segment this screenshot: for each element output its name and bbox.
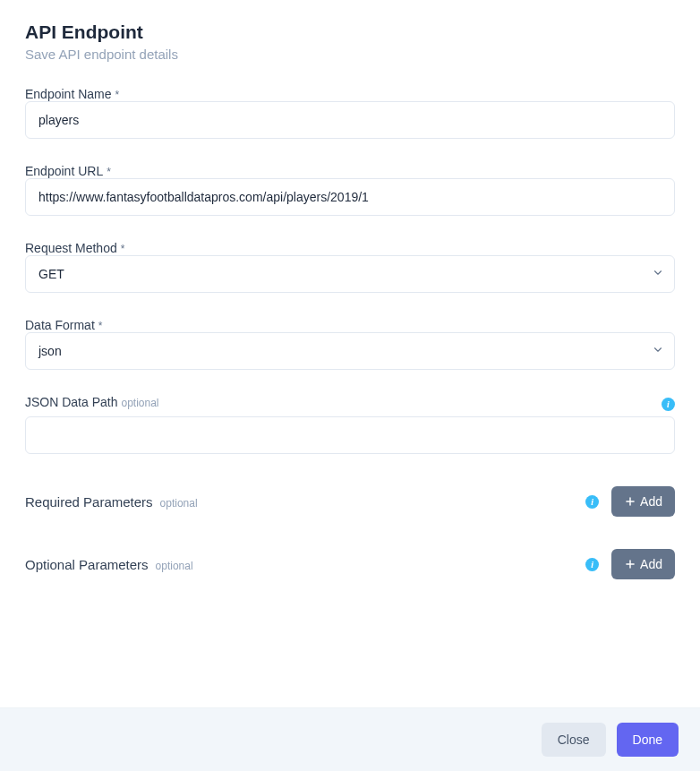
optional-marker: optional	[160, 497, 198, 510]
input-endpoint-url[interactable]	[25, 178, 675, 216]
input-json-data-path[interactable]	[25, 416, 675, 454]
done-button[interactable]: Done	[617, 723, 679, 757]
label-text: Endpoint URL	[25, 164, 103, 178]
optional-marker: optional	[122, 397, 159, 409]
required-marker: *	[121, 243, 125, 255]
plus-icon	[624, 495, 636, 508]
label-text: Data Format	[25, 318, 95, 332]
add-required-param-button[interactable]: Add	[611, 486, 675, 517]
label-text: JSON Data Path	[25, 395, 118, 409]
label-request-method: Request Method *	[25, 241, 675, 255]
section-text: Required Parameters	[25, 494, 153, 510]
add-button-label: Add	[640, 557, 662, 571]
optional-marker: optional	[156, 560, 193, 572]
required-marker: *	[98, 320, 103, 332]
add-button-label: Add	[640, 494, 662, 509]
label-required-parameters: Required Parameters optional	[25, 494, 198, 510]
page-subtitle: Save API endpoint details	[25, 47, 675, 62]
label-text: Endpoint Name	[25, 87, 112, 101]
required-marker: *	[107, 166, 111, 178]
select-value: json	[38, 344, 62, 358]
info-icon[interactable]: i	[662, 398, 675, 411]
plus-icon	[624, 558, 636, 570]
select-value: GET	[38, 267, 64, 281]
label-text: Request Method	[25, 241, 117, 255]
section-text: Optional Parameters	[25, 557, 149, 572]
select-request-method[interactable]: GET	[25, 255, 675, 293]
label-json-data-path: JSON Data Path optional	[25, 395, 159, 409]
input-endpoint-name[interactable]	[25, 101, 675, 139]
required-marker: *	[115, 89, 120, 101]
info-icon[interactable]: i	[585, 495, 599, 509]
label-endpoint-url: Endpoint URL *	[25, 164, 675, 178]
label-optional-parameters: Optional Parameters optional	[25, 557, 193, 572]
footer: Close Done	[0, 707, 700, 771]
page-title: API Endpoint	[25, 21, 675, 43]
label-endpoint-name: Endpoint Name *	[25, 87, 675, 101]
close-button[interactable]: Close	[542, 723, 606, 757]
info-icon[interactable]: i	[585, 558, 599, 571]
label-data-format: Data Format *	[25, 318, 675, 332]
select-data-format[interactable]: json	[25, 332, 675, 370]
add-optional-param-button[interactable]: Add	[611, 549, 675, 579]
